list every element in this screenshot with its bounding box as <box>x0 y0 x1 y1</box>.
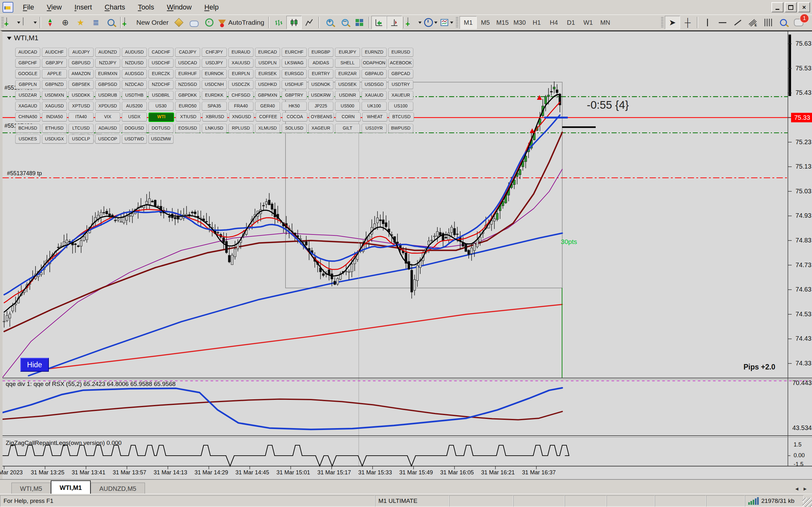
symbol-button-usdthb[interactable]: USDTHB <box>122 91 147 100</box>
hide-button[interactable]: Hide <box>20 358 49 372</box>
symbol-button-dotusd[interactable]: DOTUSD <box>148 124 173 133</box>
symbol-button-eurjpy[interactable]: EURJPY <box>335 48 360 57</box>
symbol-button-usdcnh[interactable]: USDCNH <box>202 80 227 89</box>
symbol-button-acebook[interactable]: ACEBOOK <box>388 59 413 67</box>
symbol-button-ita40[interactable]: ITA40 <box>68 112 94 121</box>
symbol-button-uk100[interactable]: UK100 <box>362 102 387 111</box>
horizontal-line-button[interactable] <box>715 16 730 29</box>
symbol-button-usdclp[interactable]: USDCLP <box>68 135 94 144</box>
symbol-button-usdcad[interactable]: USDCAD <box>175 59 200 67</box>
symbol-button-eurchf[interactable]: EURCHF <box>282 48 307 57</box>
metaeditor-button[interactable] <box>171 16 187 29</box>
toolbar-grip[interactable] <box>1 17 4 28</box>
symbol-button-usdzmw[interactable]: USDZMW <box>148 135 173 144</box>
symbol-button-nzdchf[interactable]: NZDCHF <box>148 80 173 89</box>
auto-scroll-button[interactable] <box>371 16 387 29</box>
symbol-button-gbpaud[interactable]: GBPAUD <box>362 69 387 78</box>
symbol-button-eurdkk[interactable]: EURDKK <box>202 91 227 100</box>
symbol-button-eurzar[interactable]: EURZAR <box>335 69 360 78</box>
symbol-button-xagaud[interactable]: XAGAUD <box>15 102 40 111</box>
symbol-button-audjpy[interactable]: AUDJPY <box>68 48 94 57</box>
symbol-button-dogusd[interactable]: DOGUSD <box>122 124 147 133</box>
symbol-button-bwpusd[interactable]: BWPUSD <box>388 124 413 133</box>
chart-tab-wti-m1[interactable]: WTI,M1 <box>51 481 91 494</box>
chart-shift-button[interactable] <box>387 16 402 29</box>
vertical-line-button[interactable] <box>700 16 715 29</box>
symbol-button-vix[interactable]: VIX <box>95 112 120 121</box>
symbol-button-gilt[interactable]: GILT <box>335 124 360 133</box>
tile-windows-button[interactable] <box>352 16 367 29</box>
symbol-button-odaphon[interactable]: ODAPHON <box>362 59 387 67</box>
symbol-button-usdsek[interactable]: USDSEK <box>335 80 360 89</box>
symbol-button-usddkk[interactable]: USDDKK <box>68 91 94 100</box>
symbol-button-usdchf[interactable]: USDCHF <box>148 59 173 67</box>
symbol-button-eursgd[interactable]: EURSGD <box>282 69 307 78</box>
templates-button[interactable] <box>439 16 455 29</box>
symbol-button-gbpmxn[interactable]: GBPMXN <box>255 91 280 100</box>
symbol-button-hk50[interactable]: HK50 <box>282 102 307 111</box>
symbol-button-xageur[interactable]: XAGEUR <box>308 124 334 133</box>
new-chart-button[interactable]: + <box>5 16 21 29</box>
autotrading-button[interactable]: AutoTrading <box>217 16 267 29</box>
signals-button[interactable] <box>202 16 217 29</box>
symbol-button-xtiusd[interactable]: XTIUSD <box>176 112 201 121</box>
timeframe-w1[interactable]: W1 <box>579 16 597 29</box>
symbol-button-cadjpy[interactable]: CADJPY <box>175 48 200 57</box>
symbol-button-xauusd[interactable]: XAUUSD <box>229 59 253 67</box>
timeframe-h1[interactable]: H1 <box>528 16 545 29</box>
symbol-button-solusd[interactable]: SOLUSD <box>282 124 307 133</box>
crosshair-button[interactable]: ┼ <box>680 16 695 29</box>
symbol-button-euraud[interactable]: EURAUD <box>229 48 253 57</box>
data-window-button[interactable]: ⊕ <box>58 16 73 29</box>
symbol-button-gbpnzd[interactable]: GBPNZD <box>42 80 67 89</box>
symbol-button-eurhuf[interactable]: EURHUF <box>175 69 200 78</box>
symbol-button-coffee[interactable]: COFFEE <box>256 112 281 121</box>
symbol-button-spa35[interactable]: SPA35 <box>202 102 227 111</box>
symbol-button-eurmxn[interactable]: EURMXN <box>95 69 120 78</box>
profiles-button[interactable] <box>21 16 38 29</box>
symbol-button-adausd[interactable]: ADAUSD <box>95 124 120 133</box>
symbol-button-eurpln[interactable]: EURPLN <box>229 69 253 78</box>
symbol-button-wheat[interactable]: WHEAT <box>362 112 387 121</box>
symbol-button-gbpusd[interactable]: GBPUSD <box>68 59 94 67</box>
candlestick-chart-button[interactable] <box>287 16 302 29</box>
toolbar-grip[interactable] <box>661 17 664 28</box>
symbol-button-gbpcad[interactable]: GBPCAD <box>388 69 413 78</box>
symbol-button-ltcusd[interactable]: LTCUSD <box>68 124 94 133</box>
bar-chart-button[interactable] <box>271 16 287 29</box>
symbol-button-usdx[interactable]: USDX <box>122 112 147 121</box>
fibonacci-button[interactable] <box>761 16 776 29</box>
symbol-button-eurcad[interactable]: EURCAD <box>255 48 280 57</box>
menu-tools[interactable]: Tools <box>132 1 160 13</box>
timeframe-m30[interactable]: M30 <box>511 16 528 29</box>
menu-charts[interactable]: Charts <box>98 1 132 13</box>
toolbar-grip[interactable] <box>456 17 458 28</box>
symbol-button-usdinr[interactable]: USDINR <box>335 91 360 100</box>
symbol-button-china50[interactable]: CHINA50 <box>15 112 40 121</box>
symbol-button-xngusd[interactable]: XNGUSD <box>229 112 254 121</box>
symbol-button-usdczk[interactable]: USDCZK <box>229 80 253 89</box>
symbol-button-usdrub[interactable]: USDRUB <box>95 91 120 100</box>
resize-grip[interactable] <box>803 498 812 507</box>
symbol-button-us100[interactable]: US100 <box>388 102 413 111</box>
timeframe-d1[interactable]: D1 <box>562 16 579 29</box>
symbol-button-nzdcad[interactable]: NZDCAD <box>122 80 147 89</box>
chat-button[interactable]: 1 <box>791 16 806 29</box>
one-click-dropdown-icon[interactable] <box>7 37 11 42</box>
symbol-button-usdkes[interactable]: USDKES <box>15 135 40 144</box>
timeframe-m5[interactable]: M5 <box>477 16 494 29</box>
symbol-button-usdnok[interactable]: USDNOK <box>308 80 334 89</box>
timeframe-mn[interactable]: MN <box>597 16 614 29</box>
timeframe-h4[interactable]: H4 <box>545 16 562 29</box>
menu-help[interactable]: Help <box>198 1 225 13</box>
symbol-button-gbpdkk[interactable]: GBPDKK <box>175 91 200 100</box>
symbol-button-audchf[interactable]: AUDCHF <box>42 48 67 57</box>
menu-view[interactable]: View <box>40 1 68 13</box>
symbol-button-lkswag[interactable]: LKSWAG <box>282 59 307 67</box>
symbol-button-usdsgd[interactable]: USDSGD <box>362 80 387 89</box>
navigator-button[interactable]: ★ <box>73 16 88 29</box>
symbol-button-btcusd[interactable]: BTCUSD <box>389 112 414 121</box>
symbol-button-oybeans[interactable]: OYBEANS <box>309 112 334 121</box>
line-chart-button[interactable] <box>302 16 317 29</box>
symbol-button-usdtry[interactable]: USDTRY <box>388 80 413 89</box>
